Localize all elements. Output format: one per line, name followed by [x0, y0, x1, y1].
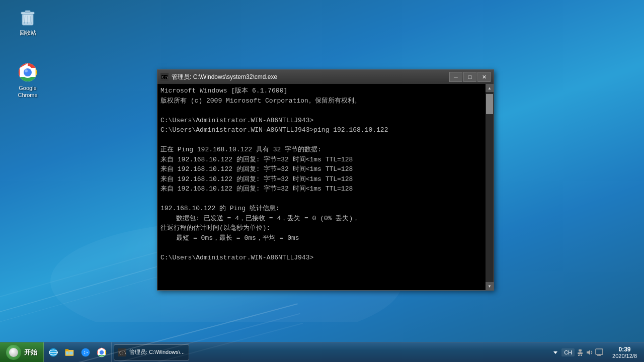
desktop-icon-chrome[interactable]: Google Chrome: [8, 60, 48, 101]
cmd-window: C:\ 管理员: C:\Windows\system32\cmd.exe ─ □…: [157, 69, 494, 291]
svg-marker-34: [553, 351, 557, 354]
svg-rect-24: [66, 351, 68, 354]
svg-rect-25: [69, 351, 73, 354]
svg-rect-37: [578, 352, 583, 354]
start-button[interactable]: 开始: [0, 342, 44, 363]
cmd-scroll-thumb[interactable]: [486, 94, 493, 114]
cmd-close-button[interactable]: ✕: [477, 72, 491, 82]
desktop: 回收站: [0, 0, 644, 362]
taskbar-item-cmd[interactable]: C:\ 管理员: C:\Windows\...: [114, 344, 189, 360]
svg-text:C:\: C:\: [162, 75, 169, 79]
taskbar-items: C:\ 管理员: C:\Windows\...: [112, 342, 547, 362]
svg-marker-10: [23, 15, 31, 22]
svg-point-31: [100, 350, 104, 354]
clock-time: 0:39: [619, 346, 631, 353]
quick-launch: [44, 342, 112, 362]
cmd-controls: ─ □ ✕: [449, 72, 491, 82]
desktop-icon-recycle-bin[interactable]: 回收站: [8, 5, 48, 38]
cmd-minimize-button[interactable]: ─: [449, 72, 462, 82]
svg-rect-6: [25, 11, 30, 13]
system-tray: CH: [547, 342, 644, 362]
start-orb: [6, 345, 21, 360]
cmd-maximize-button[interactable]: □: [463, 72, 476, 82]
start-label: 开始: [24, 348, 37, 357]
svg-rect-40: [578, 355, 580, 356]
start-orb-inner: [9, 348, 18, 357]
svg-rect-15: [21, 71, 34, 74]
recycle-bin-label: 回收站: [20, 29, 36, 36]
quick-launch-explorer[interactable]: [62, 345, 77, 360]
tray-language[interactable]: CH: [561, 348, 575, 356]
tray-volume-icon[interactable]: [586, 348, 594, 356]
quick-launch-ie[interactable]: [46, 345, 61, 360]
cmd-titlebar: C:\ 管理员: C:\Windows\system32\cmd.exe ─ □…: [157, 70, 494, 84]
quick-launch-chrome[interactable]: [94, 345, 109, 360]
svg-text:C:\: C:\: [119, 351, 126, 355]
clock[interactable]: 0:39 2020/12/8: [609, 345, 640, 360]
clock-date: 2020/12/8: [612, 353, 637, 359]
svg-marker-42: [587, 350, 590, 355]
tray-action-center[interactable]: [595, 348, 603, 356]
chrome-icon: [18, 62, 38, 82]
svg-rect-43: [596, 349, 603, 354]
svg-point-28: [85, 351, 87, 353]
tray-show-hidden[interactable]: [551, 348, 559, 356]
tray-network-icon[interactable]: [576, 348, 584, 356]
cmd-title: 管理员: C:\Windows\system32\cmd.exe: [172, 73, 449, 81]
svg-rect-35: [579, 349, 582, 351]
svg-rect-41: [581, 355, 582, 356]
chrome-label: Google Chrome: [10, 84, 46, 99]
taskbar-cmd-label: 管理员: C:\Windows\...: [129, 348, 185, 356]
recycle-bin-icon: [18, 7, 38, 27]
cmd-content[interactable]: Microsoft Windows [版本 6.1.7600] 版权所有 (c)…: [157, 84, 486, 290]
tray-icons: CH: [561, 348, 603, 356]
cmd-scroll-up[interactable]: ▲: [486, 84, 494, 92]
svg-rect-23: [65, 349, 69, 350]
taskbar: 开始: [0, 342, 644, 362]
quick-launch-media[interactable]: [78, 345, 93, 360]
cmd-scrollbar[interactable]: ▲ ▼: [486, 84, 494, 290]
cmd-titlebar-icon: C:\: [160, 73, 169, 81]
cmd-body: Microsoft Windows [版本 6.1.7600] 版权所有 (c)…: [157, 84, 494, 290]
cmd-scroll-down[interactable]: ▼: [486, 282, 494, 290]
